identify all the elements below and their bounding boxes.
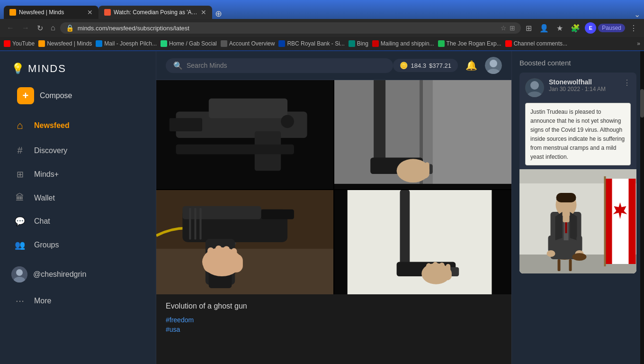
groups-icon: 👥 bbox=[13, 240, 27, 250]
svg-rect-39 bbox=[231, 248, 237, 261]
lock-icon: 🔒 bbox=[66, 24, 74, 32]
boosted-content-title: Boosted content bbox=[519, 59, 636, 67]
svg-rect-38 bbox=[223, 246, 230, 261]
address-text: minds.com/newsfeed/subscriptions/latest bbox=[78, 25, 497, 32]
wallet-icon: 🏛 bbox=[13, 193, 27, 203]
bookmark-button[interactable]: ★ bbox=[554, 22, 566, 35]
menu-button[interactable]: ⋮ bbox=[627, 22, 640, 35]
right-sidebar: Boosted content Stonewolfhall Jan 30 202… bbox=[511, 51, 644, 364]
svg-rect-51 bbox=[433, 262, 438, 274]
boost-card-text: Justin Trudeau is pleased to announce th… bbox=[530, 109, 625, 160]
post-title: Evolution of a ghost gun bbox=[166, 302, 502, 310]
tab-list-chevron[interactable]: ⌄ bbox=[634, 10, 640, 19]
svg-rect-31 bbox=[261, 209, 294, 219]
bing-favicon bbox=[349, 40, 355, 47]
svg-point-1 bbox=[16, 269, 23, 276]
tab-title-2: Watch: Comedian Posing as 'Ant... bbox=[114, 9, 198, 16]
main-feed[interactable]: 🔍 Search Minds 🪙 184.3 $377.21 🔔 bbox=[156, 51, 511, 364]
svg-rect-16 bbox=[374, 80, 385, 164]
profile-badge[interactable]: E bbox=[585, 22, 596, 34]
search-bar[interactable]: 🔍 Search Minds bbox=[166, 58, 393, 73]
new-tab-button[interactable]: ⊕ bbox=[215, 9, 222, 19]
sidebar-item-newsfeed[interactable]: ⌂ Newsfeed bbox=[2, 113, 154, 138]
svg-rect-41 bbox=[194, 208, 196, 239]
chat-icon: 💬 bbox=[13, 216, 27, 227]
accounts-button[interactable]: 👤 bbox=[537, 22, 552, 35]
boost-menu-button[interactable]: ⋮ bbox=[623, 78, 631, 87]
refresh-button[interactable]: ↻ bbox=[34, 22, 46, 35]
svg-rect-23 bbox=[411, 160, 416, 173]
star-icon[interactable]: ☆ bbox=[501, 24, 507, 32]
minds-plus-icon: ⊞ bbox=[13, 169, 27, 180]
bookmark-mail[interactable]: Mail - Joesph Pilch... bbox=[96, 40, 157, 47]
scrollbar-thumb[interactable] bbox=[640, 89, 644, 118]
image-cell-3 bbox=[156, 190, 333, 294]
svg-rect-70 bbox=[548, 236, 554, 252]
post-tag-usa[interactable]: #usa bbox=[166, 326, 502, 333]
sidebar: 💡 MINDS + Compose ⌂ Newsfeed # Discovery… bbox=[0, 51, 156, 364]
forward-button[interactable]: → bbox=[19, 22, 32, 34]
image-grid bbox=[156, 80, 511, 294]
svg-rect-25 bbox=[425, 162, 429, 173]
boost-username: Stonewolfhall bbox=[549, 78, 618, 86]
svg-rect-37 bbox=[215, 246, 222, 261]
svg-rect-62 bbox=[558, 259, 561, 271]
home-button[interactable]: ⌂ bbox=[48, 22, 58, 34]
compose-button[interactable]: + Compose bbox=[6, 82, 150, 109]
extensions-button[interactable]: ⊞ bbox=[523, 22, 535, 35]
content-area: 🔍 Search Minds 🪙 184.3 $377.21 🔔 bbox=[156, 51, 644, 364]
boosted-card: Stonewolfhall Jan 30 2022 · 1:14 AM ⋮ Ju… bbox=[519, 73, 636, 273]
svg-rect-28 bbox=[156, 249, 333, 294]
svg-rect-10 bbox=[170, 118, 202, 131]
tab-2[interactable]: Watch: Comedian Posing as 'Ant... ✕ bbox=[98, 6, 212, 19]
boost-user-avatar bbox=[525, 78, 544, 97]
svg-rect-77 bbox=[604, 176, 606, 266]
bookmark-jre[interactable]: The Joe Rogan Exp... bbox=[438, 40, 501, 47]
sidebar-item-minds-plus[interactable]: ⊞ Minds+ bbox=[2, 163, 154, 186]
bookmark-minds[interactable]: Newsfeed | Minds bbox=[38, 40, 92, 47]
user-profile-item[interactable]: @cheshiredgrin bbox=[0, 261, 156, 288]
compose-label: Compose bbox=[40, 91, 72, 100]
bookmark-mailing[interactable]: Mailing and shippin... bbox=[372, 40, 434, 47]
svg-point-55 bbox=[530, 81, 539, 90]
sidebar-item-discovery[interactable]: # Discovery bbox=[2, 138, 154, 163]
svg-rect-12 bbox=[176, 145, 294, 155]
image-cell-1 bbox=[156, 80, 333, 189]
tab-1[interactable]: Newsfeed | Minds ✕ bbox=[4, 6, 98, 19]
address-icons: ☆ ⊞ bbox=[501, 24, 515, 32]
post-tag-freedom[interactable]: #freedom bbox=[166, 316, 502, 324]
sidebar-item-groups[interactable]: 👥 Groups bbox=[2, 233, 154, 257]
svg-rect-50 bbox=[426, 263, 431, 274]
tab-favicon-1 bbox=[9, 9, 16, 16]
svg-rect-42 bbox=[199, 208, 201, 239]
bookmark-youtube[interactable]: YouTube bbox=[4, 40, 35, 47]
mailing-favicon bbox=[372, 40, 379, 47]
bookmark-channel[interactable]: Channel comments... bbox=[505, 40, 567, 47]
sidebar-item-chat[interactable]: 💬 Chat bbox=[2, 209, 154, 233]
svg-rect-75 bbox=[612, 179, 629, 264]
more-bookmarks[interactable]: » bbox=[637, 40, 640, 47]
more-label: More bbox=[34, 297, 51, 305]
bookmark-account[interactable]: Account Overview bbox=[221, 40, 275, 47]
chat-label: Chat bbox=[34, 217, 50, 226]
svg-point-4 bbox=[490, 60, 497, 67]
tab-close-2[interactable]: ✕ bbox=[201, 9, 206, 16]
token-count: 184.3 bbox=[411, 62, 426, 69]
puzzle-icon[interactable]: 🧩 bbox=[568, 22, 583, 35]
back-button[interactable]: ← bbox=[4, 22, 17, 34]
post-text-area: Evolution of a ghost gun #freedom #usa bbox=[156, 294, 511, 343]
address-bar[interactable]: 🔒 minds.com/newsfeed/subscriptions/lates… bbox=[60, 22, 521, 34]
header-avatar[interactable] bbox=[485, 57, 502, 74]
boost-text-box: Justin Trudeau is pleased to announce th… bbox=[525, 103, 631, 165]
notification-bell[interactable]: 🔔 bbox=[465, 60, 477, 71]
tab-close-1[interactable]: ✕ bbox=[87, 9, 93, 16]
sidebar-item-wallet[interactable]: 🏛 Wallet bbox=[2, 186, 154, 209]
sidebar-item-more[interactable]: ··· More bbox=[2, 288, 154, 314]
minds-logo-text: MINDS bbox=[28, 63, 66, 75]
discovery-label: Discovery bbox=[34, 146, 67, 155]
bookmark-rbc[interactable]: RBC Royal Bank - Si... bbox=[278, 40, 344, 47]
bookmark-bing[interactable]: Bing bbox=[349, 40, 368, 47]
rbc-favicon bbox=[278, 40, 285, 47]
bookmark-gab[interactable]: Home / Gab Social bbox=[161, 40, 217, 47]
extension-icon[interactable]: ⊞ bbox=[510, 24, 515, 32]
